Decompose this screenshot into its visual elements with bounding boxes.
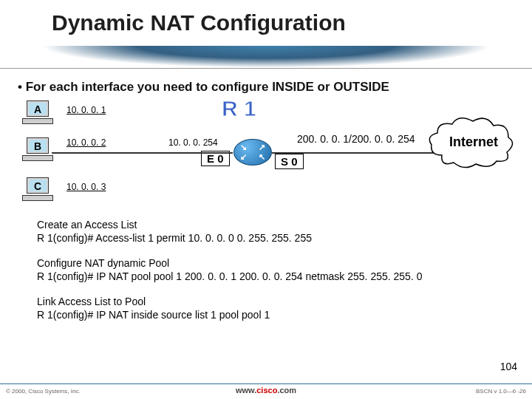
internet-label: Internet [449,134,498,150]
router-outside-ip: 200. 0. 0. 1/200. 0. 0. 254 [297,133,415,145]
host-c-ip: 10. 0. 0. 3 [66,182,106,192]
bullet-instruction: • For each interface you need to configu… [18,80,389,95]
config-nat-pool-header: Configure NAT dynamic Pool [37,257,422,270]
host-a-label: A [27,103,49,115]
config-link-pool-line: R 1(config)# IP NAT inside source list 1… [37,309,270,321]
network-diagram: A 10. 0. 0. 1 B 10. 0. 0. 2 C 10. 0. 0. … [0,96,532,207]
slide-title: Dynamic NAT Configuration [52,10,346,35]
host-c: C [22,177,53,201]
router-name: R 1 [222,96,256,121]
footer-course-code: BSCN v 1.0—6 -26 [476,388,526,395]
wan-link-line [272,152,434,154]
footer-separator [0,383,532,384]
host-b-ip: 10. 0. 0. 2 [66,137,106,148]
pc-base-icon [22,155,53,161]
host-c-label: C [27,180,49,192]
host-a-ip: 10. 0. 0. 1 [66,105,106,115]
config-link-pool-header: Link Access List to Pool [37,296,270,309]
footer-com: .com [277,386,296,395]
config-link-pool: Link Access List to Pool R 1(config)# IP… [37,296,270,321]
config-access-list-line: R 1(config)# Access-list 1 permit 10. 0.… [37,232,312,244]
slide-number: 104 [500,361,517,372]
footer-brand: cisco [256,386,277,395]
host-b-label: B [27,140,49,152]
footer-www: www. [236,386,256,395]
config-nat-pool: Configure NAT dynamic Pool R 1(config)# … [37,257,422,283]
host-a: A [22,100,53,124]
router-icon: ↘ ↗ ↙ ↖ [233,139,272,166]
title-gradient [0,46,532,68]
config-access-list-header: Create an Access List [37,219,312,232]
title-underline [0,68,532,69]
pc-base-icon [22,195,53,201]
footer-url: www.cisco.com [236,386,296,395]
pc-base-icon [22,118,53,124]
config-access-list: Create an Access List R 1(config)# Acces… [37,219,312,245]
footer-copyright: © 2000, Cisco Systems, Inc. [6,388,81,395]
title-bar: Dynamic NAT Configuration [0,0,532,58]
config-nat-pool-line: R 1(config)# IP NAT pool pool 1 200. 0. … [37,270,422,282]
host-b: B [22,137,53,161]
router-inside-ip: 10. 0. 0. 254 [168,137,218,148]
lan-link-line [52,152,233,154]
interface-s0: S 0 [275,154,304,169]
